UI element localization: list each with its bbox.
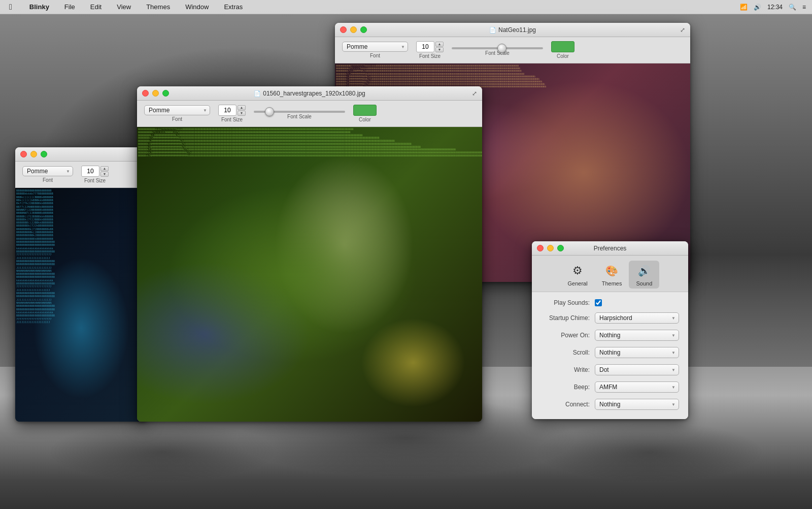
menu-window[interactable]: Window: [182, 2, 212, 12]
titlebar-third[interactable]: [15, 147, 147, 162]
minimize-button-prefs[interactable]: [547, 245, 554, 251]
title-prefs: Preferences: [532, 245, 688, 252]
controls-third: Pomme Font ▲ ▼ Font Size: [15, 162, 147, 188]
color-label-natgeo: Color: [557, 53, 569, 59]
fontsize-stepper-natgeo[interactable]: ▲ ▼: [416, 41, 444, 52]
window-preferences: Preferences ⚙ General 🎨 Themes 🔊 Sound P…: [532, 241, 688, 419]
fontsize-buttons-third[interactable]: ▲ ▼: [100, 166, 109, 177]
grape-bg: [137, 127, 482, 422]
tab-themes[interactable]: 🎨 Themes: [595, 261, 629, 289]
window-grapes: 📄01560_harvestgrapes_1920x1080.jpg ⤢ Pom…: [137, 86, 482, 422]
fontsize-up-grapes[interactable]: ▲: [238, 105, 246, 110]
fontsize-input-natgeo[interactable]: [416, 41, 434, 52]
canvas-third: BBBBBBBBBBBBBBBBBBBBBBBBBBkkkkk777BBBBBB…: [15, 188, 147, 422]
play-sounds-row: Play Sounds:: [541, 299, 679, 306]
fontsize-up-natgeo[interactable]: ▲: [435, 42, 444, 47]
scroll-select-wrapper[interactable]: Nothing Click Pop: [595, 347, 679, 358]
power-on-select[interactable]: Nothing Harpsichord Chord: [595, 330, 679, 341]
menu-blinky[interactable]: Blinky: [26, 2, 52, 12]
font-label-natgeo: Font: [370, 53, 380, 58]
startup-chime-row: Startup Chime: Harpsichord Nothing Chord…: [541, 312, 679, 324]
clock: 12:34: [767, 4, 783, 11]
close-button-grapes[interactable]: [142, 90, 149, 97]
menu-themes[interactable]: Themes: [143, 2, 173, 12]
minimize-button-natgeo[interactable]: [350, 26, 357, 33]
minimize-button-third[interactable]: [30, 151, 37, 157]
maximize-button-third[interactable]: [41, 151, 47, 157]
font-select-wrapper-third[interactable]: Pomme: [22, 166, 73, 176]
power-on-row: Power On: Nothing Harpsichord Chord: [541, 330, 679, 341]
font-select-third[interactable]: Pomme: [22, 166, 73, 176]
scroll-label: Scroll:: [541, 349, 590, 356]
fontsize-up-third[interactable]: ▲: [100, 166, 109, 171]
fontsize-label-grapes: Font Size: [221, 117, 243, 122]
fontsize-label-third: Font Size: [84, 178, 106, 183]
fontsize-down-grapes[interactable]: ▼: [238, 111, 246, 116]
fontsize-down-third[interactable]: ▼: [100, 172, 109, 177]
maximize-button-prefs[interactable]: [557, 245, 564, 251]
close-button-natgeo[interactable]: [340, 26, 347, 33]
minimize-button-grapes[interactable]: [152, 90, 159, 97]
fontsize-stepper-third[interactable]: ▲ ▼: [81, 166, 109, 177]
startup-chime-select-wrapper[interactable]: Harpsichord Nothing Chord Glass Ping: [595, 312, 679, 324]
play-sounds-checkbox[interactable]: [595, 299, 602, 306]
menu-icon[interactable]: ≡: [802, 4, 806, 11]
maximize-button-natgeo[interactable]: [360, 26, 367, 33]
fontsize-input-grapes[interactable]: [218, 105, 236, 116]
connect-select[interactable]: Nothing Ping Glass: [595, 399, 679, 410]
third-bg: [15, 188, 147, 422]
apple-menu[interactable]: : [6, 2, 15, 13]
tab-general[interactable]: ⚙ General: [561, 261, 595, 289]
scroll-select[interactable]: Nothing Click Pop: [595, 347, 679, 358]
write-select-wrapper[interactable]: Dot Nothing Click: [595, 364, 679, 375]
font-select-grapes[interactable]: Pomme: [144, 105, 210, 115]
fontsize-group-third: ▲ ▼ Font Size: [81, 166, 109, 183]
menubar-right: 📶 🔊 12:34 🔍 ≡: [740, 4, 806, 11]
canvas-grapes: BBBBBBBBBBBkkkk7777777777kkkkBBBBBBBBBBB…: [137, 127, 482, 422]
menu-file[interactable]: File: [61, 2, 78, 12]
power-on-select-wrapper[interactable]: Nothing Harpsichord Chord: [595, 330, 679, 341]
tab-sound[interactable]: 🔊 Sound: [629, 261, 659, 289]
fontsize-down-natgeo[interactable]: ▼: [435, 47, 444, 52]
fontscale-slider-natgeo[interactable]: [452, 47, 543, 49]
fontsize-input-third[interactable]: [81, 166, 99, 177]
maximize-button-grapes[interactable]: [162, 90, 169, 97]
close-button-third[interactable]: [20, 151, 27, 157]
startup-chime-select[interactable]: Harpsichord Nothing Chord Glass Ping: [595, 312, 679, 324]
volume-icon[interactable]: 🔊: [754, 4, 761, 11]
beep-select-wrapper[interactable]: AMFM Nothing Sosumi Basso: [595, 381, 679, 393]
write-select[interactable]: Dot Nothing Click: [595, 364, 679, 375]
color-swatch-natgeo[interactable]: [551, 41, 574, 52]
expand-button-natgeo[interactable]: ⤢: [680, 26, 685, 34]
fontsize-stepper-grapes[interactable]: ▲ ▼: [218, 105, 246, 116]
menu-edit[interactable]: Edit: [87, 2, 105, 12]
close-button-prefs[interactable]: [537, 245, 544, 251]
titlebar-prefs[interactable]: Preferences: [532, 241, 688, 256]
menu-extras[interactable]: Extras: [221, 2, 246, 12]
color-group-natgeo: Color: [551, 41, 574, 59]
font-label-third: Font: [43, 177, 53, 183]
themes-icon: 🎨: [604, 263, 620, 279]
wifi-icon[interactable]: 📶: [740, 4, 748, 11]
expand-button-grapes[interactable]: ⤢: [472, 90, 477, 97]
search-icon[interactable]: 🔍: [789, 4, 796, 11]
font-select-natgeo[interactable]: Pomme: [342, 42, 408, 52]
fontsize-buttons-grapes[interactable]: ▲ ▼: [238, 105, 246, 116]
fontscale-label-grapes: Font Scale: [287, 114, 312, 119]
titlebar-grapes[interactable]: 📄01560_harvestgrapes_1920x1080.jpg ⤢: [137, 86, 482, 101]
font-select-wrapper-natgeo[interactable]: Pomme: [342, 42, 408, 52]
color-swatch-grapes[interactable]: [353, 105, 377, 116]
general-icon: ⚙: [569, 263, 586, 279]
font-select-wrapper-grapes[interactable]: Pomme: [144, 105, 210, 115]
beep-select[interactable]: AMFM Nothing Sosumi Basso: [595, 381, 679, 393]
menu-view[interactable]: View: [114, 2, 134, 12]
fontscale-group-grapes: Font Scale: [254, 108, 345, 119]
controls-grapes: Pomme Font ▲ ▼ Font Size Font Scale Col: [137, 101, 482, 127]
titlebar-natgeo[interactable]: 📄NatGeo11.jpg ⤢: [335, 23, 690, 37]
fontscale-thumb-grapes[interactable]: [265, 107, 274, 116]
write-row: Write: Dot Nothing Click: [541, 364, 679, 375]
fontscale-thumb-natgeo[interactable]: [497, 44, 506, 53]
fontsize-buttons-natgeo[interactable]: ▲ ▼: [435, 42, 444, 52]
fontscale-slider-grapes[interactable]: [254, 111, 345, 113]
connect-select-wrapper[interactable]: Nothing Ping Glass: [595, 399, 679, 410]
